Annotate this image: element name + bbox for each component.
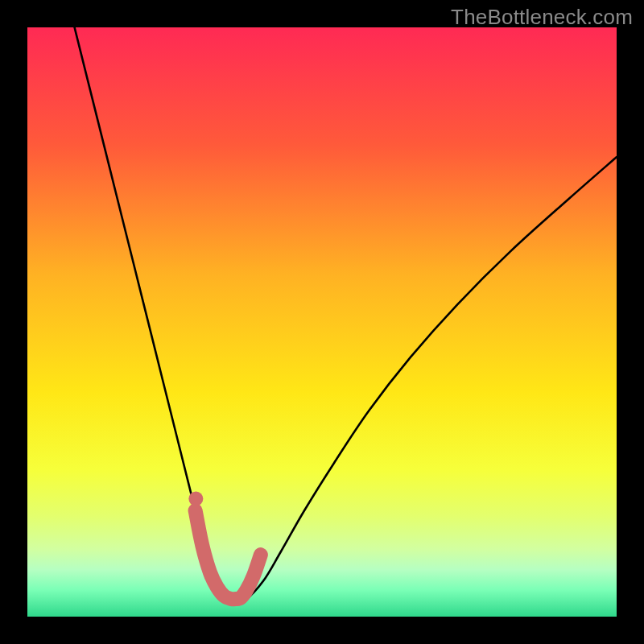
gradient-background [27, 27, 617, 617]
chart-frame: TheBottleneck.com [0, 0, 644, 644]
watermark-text: TheBottleneck.com [451, 5, 633, 30]
bottleneck-chart [27, 27, 617, 617]
highlight-dot [188, 492, 203, 506]
plot-area [27, 27, 617, 617]
